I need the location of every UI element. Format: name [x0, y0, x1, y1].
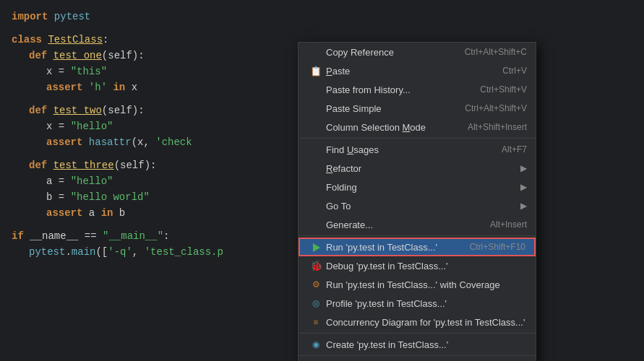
paste-simple-icon [310, 103, 322, 114]
paste-icon: 📋 [310, 65, 322, 77]
menu-item-create[interactable]: ◉ Create 'py.test in TestClass...' [299, 335, 536, 354]
paste-simple-shortcut: Ctrl+Alt+Shift+V [465, 103, 527, 113]
run-shortcut: Ctrl+Shift+F10 [470, 242, 525, 252]
profile-icon: ◎ [310, 297, 322, 309]
keyword-class: class [12, 32, 42, 48]
paste-simple-label: Paste Simple [326, 103, 382, 114]
profile-label: Profile 'py.test in TestClass...' [326, 298, 447, 309]
column-selection-label: Column Selection Mode [326, 122, 426, 133]
concurrency-icon: ≡ [310, 316, 322, 328]
func-test-one: test_one [53, 48, 102, 64]
find-usages-shortcut: Alt+F7 [502, 144, 527, 155]
run-icon [312, 242, 322, 252]
goto-arrow: ▶ [520, 201, 527, 211]
copy-ref-icon [310, 46, 322, 58]
folding-label: Folding [326, 182, 357, 193]
menu-item-paste-history[interactable]: Paste from History... Ctrl+Shift+V [299, 80, 536, 99]
generate-shortcut: Alt+Insert [490, 219, 527, 230]
context-menu: Copy Reference Ctrl+Alt+Shift+C 📋 Paste … [298, 42, 536, 361]
menu-item-run[interactable]: Run 'py.test in TestClass...' Ctrl+Shift… [299, 238, 536, 256]
column-selection-shortcut: Alt+Shift+Insert [468, 122, 527, 132]
keyword-assert-1: assert [46, 79, 82, 95]
generate-icon [310, 219, 322, 230]
code-line-blank1 [0, 25, 644, 32]
paste-history-label: Paste from History... [326, 84, 411, 95]
keyword-assert-3: assert [46, 205, 82, 221]
keyword-assert-2: assert [46, 134, 82, 150]
goto-icon [310, 200, 322, 212]
code-line-1: import pytest [0, 9, 644, 25]
menu-item-debug[interactable]: 🐞 Debug 'py.test in TestClass...' [299, 256, 536, 275]
concurrency-label: Concurrency Diagram for 'py.test in Test… [326, 317, 525, 328]
refactor-icon [310, 162, 322, 174]
find-usages-label: Find Usages [326, 144, 379, 155]
menu-item-local-history[interactable]: Local History ▶ [299, 357, 536, 361]
separator-3 [299, 333, 536, 334]
find-usages-icon [310, 144, 322, 155]
coverage-icon: ⚙ [310, 279, 322, 290]
module-name: pytest [54, 9, 90, 25]
folding-arrow: ▶ [520, 182, 527, 192]
class-name: TestClass [48, 32, 103, 48]
folding-icon [310, 181, 322, 193]
menu-item-goto[interactable]: Go To ▶ [299, 196, 536, 215]
keyword-def: def [29, 48, 47, 64]
paste-shortcut: Ctrl+V [502, 66, 527, 76]
func-test-three: test_three [53, 157, 114, 173]
paste-history-shortcut: Ctrl+Shift+V [480, 84, 527, 95]
create-icon: ◉ [310, 339, 322, 350]
create-label: Create 'py.test in TestClass...' [326, 339, 448, 350]
paste-history-icon [310, 84, 322, 95]
menu-item-column-selection[interactable]: Column Selection Mode Alt+Shift+Insert [299, 118, 536, 136]
menu-item-profile[interactable]: ◎ Profile 'py.test in TestClass...' [299, 294, 536, 313]
menu-item-find-usages[interactable]: Find Usages Alt+F7 [299, 140, 536, 159]
column-selection-icon [310, 121, 322, 133]
paste-label: Paste [326, 66, 350, 77]
menu-item-run-coverage[interactable]: ⚙ Run 'py.test in TestClass...' with Cov… [299, 275, 536, 294]
menu-item-paste-simple[interactable]: Paste Simple Ctrl+Alt+Shift+V [299, 99, 536, 118]
func-test-two: test_two [53, 103, 102, 118]
separator-2 [299, 235, 536, 236]
goto-label: Go To [326, 201, 351, 212]
menu-item-copy-ref[interactable]: Copy Reference Ctrl+Alt+Shift+C [299, 43, 536, 61]
keyword-import: import [12, 9, 48, 25]
separator-1 [299, 138, 536, 139]
refactor-arrow: ▶ [520, 163, 527, 173]
debug-label: Debug 'py.test in TestClass...' [326, 261, 448, 271]
refactor-label: Refactor [326, 163, 361, 174]
menu-item-refactor[interactable]: Refactor ▶ [299, 159, 536, 178]
copy-ref-label: Copy Reference [326, 47, 394, 58]
menu-item-generate[interactable]: Generate... Alt+Insert [299, 215, 536, 234]
debug-icon: 🐞 [310, 260, 322, 271]
generate-label: Generate... [326, 219, 373, 230]
run-label: Run 'py.test in TestClass...' [326, 242, 437, 253]
separator-4 [299, 355, 536, 356]
menu-item-folding[interactable]: Folding ▶ [299, 178, 536, 196]
menu-item-concurrency[interactable]: ≡ Concurrency Diagram for 'py.test in Te… [299, 313, 536, 331]
run-coverage-label: Run 'py.test in TestClass...' with Cover… [326, 279, 500, 290]
menu-item-paste[interactable]: 📋 Paste Ctrl+V [299, 61, 536, 80]
copy-ref-shortcut: Ctrl+Alt+Shift+C [465, 47, 527, 57]
